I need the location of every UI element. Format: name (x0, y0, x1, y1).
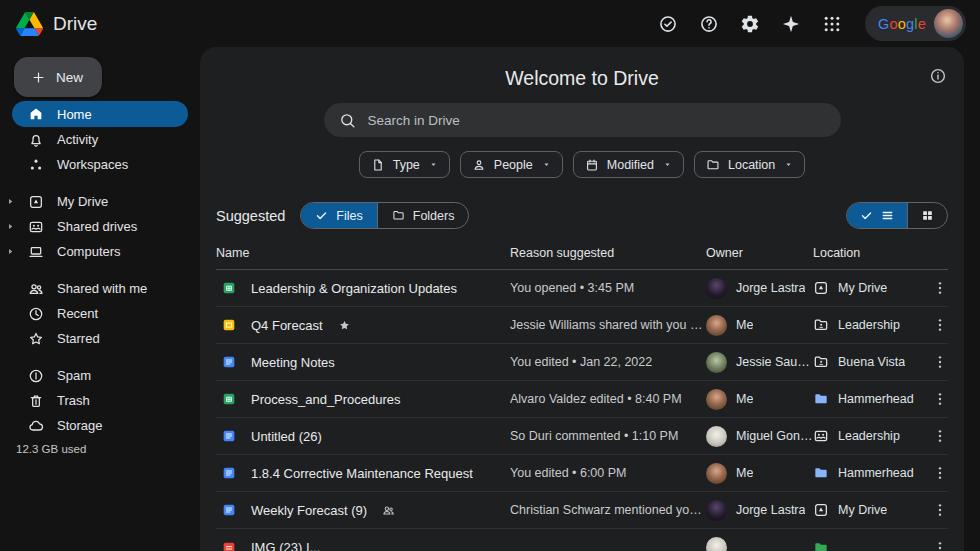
sidebar-item-shared-with-me[interactable]: Shared with me (12, 276, 188, 301)
info-icon[interactable] (929, 67, 947, 85)
files-folders-toggle: Files Folders (300, 202, 469, 229)
gemini-icon[interactable] (781, 14, 801, 34)
sidebar-item-starred[interactable]: Starred (12, 326, 188, 351)
new-button[interactable]: New (14, 57, 102, 97)
settings-icon[interactable] (740, 14, 760, 34)
files-toggle[interactable]: Files (301, 203, 376, 228)
list-view-toggle[interactable] (847, 203, 907, 228)
check-icon (860, 209, 873, 222)
column-header-reason-suggested[interactable]: Reason suggested (510, 246, 706, 260)
column-header-name[interactable]: Name (216, 246, 510, 260)
filter-chip-label: People (494, 158, 533, 172)
caret-down-icon (542, 160, 551, 169)
reason-suggested: Christian Schwarz mentioned you • 2... (510, 503, 706, 517)
table-row[interactable]: Process_and_Procedures Alvaro Valdez edi… (216, 381, 948, 418)
google-account-pill[interactable]: Google (865, 6, 966, 41)
grid-view-icon (921, 209, 934, 222)
table-row[interactable]: Weekly Forecast (9) Christian Schwarz me… (216, 492, 948, 529)
more-options-icon[interactable] (932, 280, 948, 296)
more-options-icon[interactable] (932, 540, 948, 551)
table-row[interactable]: 1.8.4 Corrective Maintenance Request You… (216, 455, 948, 492)
offline-status-icon[interactable] (658, 14, 678, 34)
docs-file-icon (221, 428, 237, 444)
drive-brand[interactable]: Drive (16, 12, 97, 36)
sidebar-item-computers[interactable]: Computers (12, 239, 188, 264)
chevron-right-icon[interactable] (6, 197, 15, 206)
view-toggle (846, 202, 948, 229)
location-name: My Drive (838, 281, 887, 295)
sidebar-item-trash[interactable]: Trash (12, 388, 188, 413)
cloud-icon (28, 418, 44, 434)
table-row[interactable]: Untitled (26) So Duri commented • 1:10 P… (216, 418, 948, 455)
nav-section-gap (12, 351, 188, 363)
file-name: Process_and_Procedures (251, 392, 401, 407)
sidebar-item-spam[interactable]: Spam (12, 363, 188, 388)
sidebar-item-my-drive[interactable]: My Drive (12, 189, 188, 214)
topbar: Drive Google (0, 0, 980, 47)
star-filled-icon (338, 319, 351, 332)
reason-suggested: You edited • Jan 22, 2022 (510, 355, 706, 369)
sidebar-item-storage[interactable]: Storage (12, 413, 188, 438)
filter-chip-type[interactable]: Type (359, 151, 450, 178)
more-options-icon[interactable] (932, 354, 948, 370)
more-options-icon[interactable] (932, 502, 948, 518)
suggested-label: Suggested (216, 208, 285, 224)
owner-avatar (706, 426, 727, 447)
owner-avatar (706, 500, 727, 521)
plus-icon (31, 70, 46, 85)
star-icon (28, 331, 44, 347)
grid-view-toggle[interactable] (907, 203, 947, 228)
help-icon[interactable] (699, 14, 719, 34)
owner-name: Me (736, 318, 753, 332)
sidebar: New HomeActivityWorkspacesMy DriveShared… (0, 47, 200, 551)
more-options-icon[interactable] (932, 391, 948, 407)
chevron-right-icon[interactable] (6, 247, 15, 256)
files-toggle-label: Files (336, 209, 362, 223)
filter-chip-label: Type (393, 158, 420, 172)
topbar-actions: Google (658, 6, 966, 41)
apps-grid-icon[interactable] (822, 14, 842, 34)
search-bar[interactable] (324, 103, 841, 137)
sidebar-item-label: Recent (57, 306, 98, 321)
owner-avatar (706, 389, 727, 410)
user-avatar[interactable] (934, 9, 963, 38)
filter-chip-people[interactable]: People (460, 151, 563, 178)
sidebar-item-label: Shared drives (57, 219, 137, 234)
sidebar-item-recent[interactable]: Recent (12, 301, 188, 326)
sidebar-item-label: Trash (57, 393, 90, 408)
chevron-right-icon[interactable] (6, 222, 15, 231)
folders-toggle[interactable]: Folders (377, 203, 469, 228)
filter-chip-location[interactable]: Location (694, 151, 805, 178)
more-options-icon[interactable] (932, 428, 948, 444)
new-button-label: New (56, 70, 83, 85)
sheets-file-icon (221, 280, 237, 296)
table-row[interactable]: Q4 Forecast Jessie Williams shared with … (216, 307, 948, 344)
sidebar-item-workspaces[interactable]: Workspaces (12, 152, 188, 177)
slides-file-icon (221, 317, 237, 333)
table-row[interactable]: Leadership & Organization Updates You op… (216, 270, 948, 307)
column-header-owner[interactable]: Owner (706, 246, 813, 260)
sidebar-item-shared-drives[interactable]: Shared drives (12, 214, 188, 239)
location-name: Leadership (838, 318, 900, 332)
more-options-icon[interactable] (932, 317, 948, 333)
laptop-icon (28, 244, 44, 260)
nav-section-gap (12, 177, 188, 189)
calendar-icon (585, 158, 599, 172)
table-row[interactable]: Meeting Notes You edited • Jan 22, 2022 … (216, 344, 948, 381)
sidebar-item-activity[interactable]: Activity (12, 127, 188, 152)
table-row[interactable]: IMG (23) I... (216, 529, 948, 551)
more-options-icon[interactable] (932, 465, 948, 481)
people-small-icon (382, 504, 395, 517)
sidebar-item-label: Shared with me (57, 281, 147, 296)
sidebar-item-home[interactable]: Home (12, 101, 188, 127)
column-header-location[interactable]: Location (813, 246, 917, 260)
mydrive-loc-icon (813, 280, 829, 296)
filter-chip-modified[interactable]: Modified (573, 151, 684, 178)
shared-drive-icon (813, 428, 829, 444)
owner-name: Jorge Lastra (736, 503, 805, 517)
owner-avatar (706, 537, 727, 551)
suggested-toolbar: Suggested Files Folders (200, 202, 964, 229)
search-input[interactable] (368, 113, 826, 128)
clock-icon (28, 306, 44, 322)
sidebar-item-label: Starred (57, 331, 100, 346)
